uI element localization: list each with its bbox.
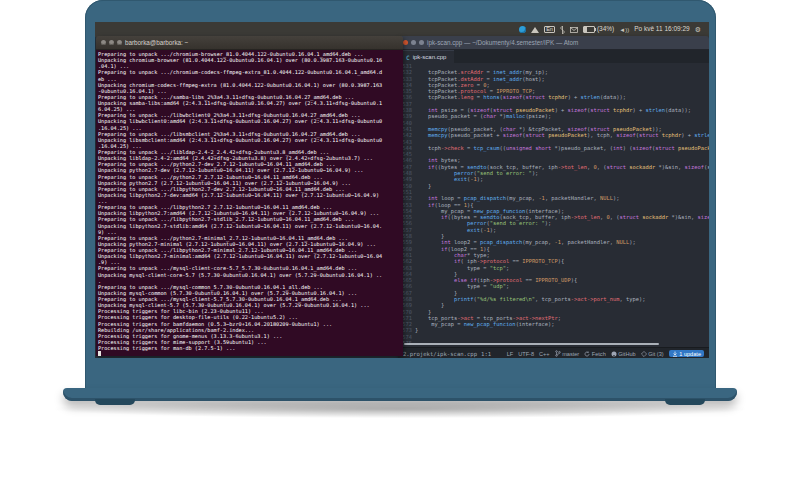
minimize-button[interactable]	[109, 40, 114, 45]
tab-ipk-scan[interactable]: C ipk-scan.cpp	[398, 50, 454, 63]
battery-indicator[interactable]: (34%)	[583, 26, 614, 33]
status-item-label: 1 update	[679, 351, 701, 357]
laptop-base	[63, 388, 737, 401]
terminal-line: Preparing to unpack .../chromium-codecs-…	[98, 69, 401, 75]
volume-indicator[interactable]: ◄))	[619, 27, 629, 33]
terminal-line: Unpacking libpython2.7-stdlib:amd64 (2.7…	[98, 223, 401, 229]
volume-icon: ◄))	[619, 27, 629, 33]
horizontal-scrollbar[interactable]	[404, 343, 659, 345]
atom-titlebar[interactable]: ipk-scan.cpp — ~/Dokumenty/4.semester/IP…	[398, 36, 709, 50]
messenger-icon	[519, 26, 526, 33]
status-item-utf-8[interactable]: UTF-8	[518, 351, 534, 357]
laptop-mockup: En (34%) ◄)) Po kvě 11 16:09:29 ⚙	[0, 0, 800, 477]
statusbar-file-path[interactable]: 2.projekt/ipk-scan.cpp	[403, 351, 477, 357]
status-item-label: UTF-8	[518, 351, 534, 357]
network-indicator[interactable]	[531, 27, 539, 33]
battery-icon	[583, 26, 595, 33]
atom-window-title: ipk-scan.cpp — ~/Dokumenty/4.semester/IP…	[427, 39, 578, 46]
laptop-foot-left	[95, 399, 135, 405]
terminal-titlebar[interactable]: barborka@barborka: ~	[96, 36, 403, 50]
code-line: 544 tcph->check = tcp_csum((unsigned sho…	[398, 145, 709, 151]
code-line: 542 memcpy(pseudo_packet + sizeof(struct…	[398, 132, 709, 138]
status-item-label: Fetch	[592, 351, 606, 357]
close-button[interactable]	[101, 40, 106, 45]
status-item-label: master	[562, 351, 579, 357]
tab-label: ipk-scan.cpp	[413, 54, 447, 60]
session-menu[interactable]: ⚙	[695, 26, 701, 33]
status-item-label: GitHub	[618, 351, 635, 357]
terminal-line: Preparing to unpack .../mysql-client-cor…	[98, 265, 401, 271]
bluetooth-indicator[interactable]	[560, 26, 565, 34]
terminal-line: Unpacking chromium-browser (81.0.4044.12…	[98, 57, 401, 63]
terminal-cursor	[98, 351, 101, 356]
terminal-line: Preparing to unpack .../libsmbclient_2%3…	[98, 131, 401, 137]
gear-icon: ⚙	[695, 26, 701, 33]
mail-indicator[interactable]	[570, 27, 578, 33]
terminal-output[interactable]: Preparing to unpack .../chromium-browser…	[96, 50, 403, 356]
terminal-line: Unpacking libsmbclient:amd64 (2:4.3.11+d…	[98, 137, 401, 143]
app-indicator[interactable]	[519, 26, 526, 33]
mail-icon	[570, 27, 578, 33]
status-item-master[interactable]: master	[555, 350, 580, 357]
top-panel: En (34%) ◄)) Po kvě 11 16:09:29 ⚙	[95, 22, 709, 37]
laptop-shadow	[55, 400, 745, 418]
status-item-label: Git (3)	[648, 351, 664, 357]
atom-statusbar: 2.projekt/ipk-scan.cpp 1:1 LFUTF-8C++mas…	[398, 347, 709, 358]
status-item-git-3-[interactable]: Git (3)	[641, 351, 664, 357]
laptop-frame: En (34%) ◄)) Po kvě 11 16:09:29 ⚙	[85, 0, 716, 392]
terminal-line: Unpacking libpython2.7-minimal:amd64 (2.…	[98, 253, 401, 259]
status-item-label: C++	[539, 351, 550, 357]
terminal-line: Unpacking libpython2.7-dev:amd64 (2.7.12…	[98, 192, 401, 198]
minimize-button[interactable]	[411, 40, 416, 45]
terminal-line: Unpacking samba-libs:amd64 (2:4.3.11+dfs…	[98, 100, 401, 106]
terminal-window-title: barborka@barborka: ~	[125, 39, 188, 46]
terminal-line: Unpacking chromium-codecs-ffmpeg-extra (…	[98, 82, 401, 88]
download-icon	[672, 351, 678, 357]
status-item-1-update[interactable]: 1 update	[669, 350, 704, 357]
status-item-fetch[interactable]: Fetch	[584, 351, 606, 357]
git-icon	[641, 351, 647, 357]
statusbar-cursor-position[interactable]: 1:1	[481, 351, 491, 357]
maximize-button[interactable]	[117, 40, 122, 45]
branch-icon	[555, 350, 561, 357]
status-item-label: LF	[507, 351, 514, 357]
terminal-cursor-line	[98, 351, 401, 356]
status-item-github[interactable]: GitHub	[611, 351, 636, 357]
laptop-foot-right	[665, 399, 705, 405]
maximize-button[interactable]	[419, 40, 424, 45]
terminal-line: Unpacking mysql-client-core-5.7 (5.7.30-…	[98, 272, 401, 278]
clock-indicator[interactable]: Po kvě 11 16:09:29	[634, 26, 690, 33]
wifi-icon	[531, 27, 539, 33]
screen: En (34%) ◄)) Po kvě 11 16:09:29 ⚙	[95, 22, 709, 358]
c-file-icon: C	[406, 54, 410, 61]
battery-percent-label: (34%)	[597, 26, 614, 33]
keyboard-layout-label: En	[546, 27, 553, 33]
close-button[interactable]	[403, 40, 408, 45]
code-editor[interactable]: 531 532 tcpPacket.srcAddr = inet_addr(my…	[398, 63, 709, 347]
status-item-c-[interactable]: C++	[539, 351, 550, 357]
terminal-window: barborka@barborka: ~ Preparing to unpack…	[96, 36, 403, 356]
github-icon	[611, 351, 617, 357]
clock-label: Po kvě 11 16:09:29	[634, 26, 690, 33]
terminal-line: Unpacking libwbclient0:amd64 (2:4.3.11+d…	[98, 118, 401, 124]
atom-window: ipk-scan.cpp — ~/Dokumenty/4.semester/IP…	[398, 36, 709, 358]
bluetooth-icon	[560, 26, 565, 34]
terminal-line: Unpacking python2.7-dev (2.7.12-1ubuntu0…	[98, 167, 401, 173]
keyboard-layout-indicator[interactable]: En	[544, 26, 555, 34]
atom-tab-bar: C ipk-scan.cpp	[398, 50, 709, 63]
status-item-lf[interactable]: LF	[507, 351, 514, 357]
sync-icon	[584, 351, 590, 357]
